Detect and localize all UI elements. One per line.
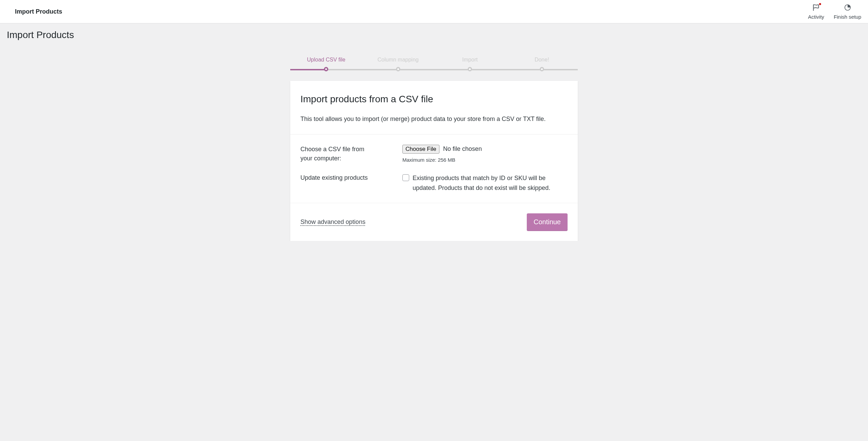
step-label: Done!: [535, 57, 549, 63]
file-status: No file chosen: [443, 145, 482, 152]
update-existing-label: Update existing products: [300, 173, 375, 182]
step-import: Import: [434, 57, 506, 71]
update-row: Update existing products Existing produc…: [300, 173, 568, 193]
step-dot: [396, 67, 400, 71]
activity-button[interactable]: Activity: [808, 4, 824, 20]
step-dot: [468, 67, 472, 71]
card-header: Import products from a CSV file This too…: [290, 81, 578, 135]
file-row: Choose a CSV file from your computer: Ch…: [300, 145, 568, 163]
finish-setup-button[interactable]: Finish setup: [834, 4, 861, 20]
top-bar-actions: Activity Finish setup: [808, 4, 861, 20]
step-done: Done!: [506, 57, 578, 71]
step-column-mapping: Column mapping: [362, 57, 434, 71]
update-existing-description: Existing products that match by ID or SK…: [413, 173, 568, 193]
advanced-options-link[interactable]: Show advanced options: [300, 218, 365, 226]
step-upload: Upload CSV file: [290, 57, 362, 71]
step-label: Upload CSV file: [307, 57, 345, 63]
continue-button[interactable]: Continue: [527, 213, 568, 231]
clock-icon: [843, 4, 852, 13]
flag-icon: [812, 4, 820, 13]
stepper: Upload CSV file Column mapping Import Do…: [290, 57, 578, 71]
choose-file-label: Choose a CSV file from your computer:: [300, 145, 375, 163]
step-dot: [324, 67, 328, 71]
update-control: Existing products that match by ID or SK…: [402, 173, 568, 193]
form-section: Choose a CSV file from your computer: Ch…: [290, 135, 578, 204]
activity-label: Activity: [808, 14, 824, 20]
file-control: Choose File No file chosen Maximum size:…: [402, 145, 568, 163]
top-bar-title: Import Products: [15, 8, 62, 15]
step-dot: [540, 67, 544, 71]
page-title: Import Products: [0, 23, 868, 47]
card-title: Import products from a CSV file: [300, 94, 568, 105]
card-description: This tool allows you to import (or merge…: [300, 114, 568, 124]
step-label: Column mapping: [378, 57, 419, 63]
finish-setup-label: Finish setup: [834, 14, 861, 20]
update-existing-checkbox[interactable]: [402, 174, 409, 181]
choose-file-button[interactable]: Choose File: [402, 145, 439, 154]
file-input[interactable]: Choose File No file chosen: [402, 145, 568, 154]
card-footer: Show advanced options Continue: [290, 203, 578, 241]
import-card: Import products from a CSV file This too…: [290, 81, 578, 241]
wizard-container: Upload CSV file Column mapping Import Do…: [290, 57, 578, 241]
max-size-text: Maximum size: 256 MB: [402, 157, 568, 163]
step-label: Import: [462, 57, 478, 63]
top-bar: Import Products Activity Finish setup: [0, 0, 868, 23]
